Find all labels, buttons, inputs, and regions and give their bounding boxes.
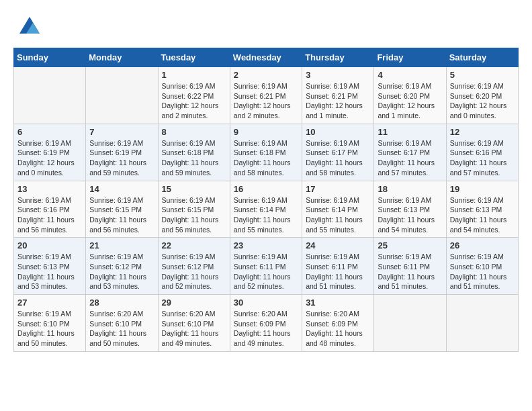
day-info: Sunrise: 6:19 AM Sunset: 6:19 PM Dayligh… [89, 138, 154, 178]
day-info: Sunrise: 6:19 AM Sunset: 6:11 PM Dayligh… [306, 252, 370, 291]
day-info: Sunrise: 6:19 AM Sunset: 6:14 PM Dayligh… [306, 195, 370, 235]
calendar-cell: 25Sunrise: 6:19 AM Sunset: 6:11 PM Dayli… [374, 238, 446, 295]
day-info: Sunrise: 6:19 AM Sunset: 6:18 PM Dayligh… [162, 138, 226, 178]
calendar-cell: 29Sunrise: 6:20 AM Sunset: 6:10 PM Dayli… [158, 295, 230, 352]
day-number: 13 [17, 184, 82, 194]
calendar-cell [374, 295, 446, 352]
calendar-cell: 12Sunrise: 6:19 AM Sunset: 6:16 PM Dayli… [446, 124, 518, 181]
day-number: 17 [306, 184, 370, 194]
weekday-sunday: Sunday [14, 48, 86, 67]
day-info: Sunrise: 6:19 AM Sunset: 6:12 PM Dayligh… [162, 252, 226, 291]
day-info: Sunrise: 6:19 AM Sunset: 6:14 PM Dayligh… [234, 195, 298, 235]
day-number: 27 [17, 298, 82, 308]
calendar-cell [86, 67, 158, 124]
weekday-friday: Friday [374, 48, 446, 67]
calendar-cell: 1Sunrise: 6:19 AM Sunset: 6:22 PM Daylig… [158, 67, 230, 124]
day-number: 4 [378, 70, 442, 80]
weekday-wednesday: Wednesday [230, 48, 302, 67]
day-info: Sunrise: 6:19 AM Sunset: 6:21 PM Dayligh… [306, 81, 370, 121]
day-number: 7 [89, 127, 154, 137]
day-number: 26 [450, 240, 515, 250]
day-info: Sunrise: 6:19 AM Sunset: 6:15 PM Dayligh… [89, 195, 154, 235]
calendar-cell: 26Sunrise: 6:19 AM Sunset: 6:10 PM Dayli… [446, 238, 518, 295]
weekday-saturday: Saturday [446, 48, 518, 67]
day-number: 14 [89, 184, 154, 194]
day-info: Sunrise: 6:19 AM Sunset: 6:17 PM Dayligh… [378, 138, 442, 178]
calendar-cell: 22Sunrise: 6:19 AM Sunset: 6:12 PM Dayli… [158, 238, 230, 295]
calendar-cell: 13Sunrise: 6:19 AM Sunset: 6:16 PM Dayli… [14, 181, 86, 238]
day-number: 1 [162, 70, 226, 80]
day-info: Sunrise: 6:19 AM Sunset: 6:12 PM Dayligh… [89, 252, 154, 291]
day-info: Sunrise: 6:19 AM Sunset: 6:20 PM Dayligh… [378, 81, 442, 121]
calendar-cell: 21Sunrise: 6:19 AM Sunset: 6:12 PM Dayli… [86, 238, 158, 295]
calendar-cell: 24Sunrise: 6:19 AM Sunset: 6:11 PM Dayli… [302, 238, 374, 295]
calendar-cell: 2Sunrise: 6:19 AM Sunset: 6:21 PM Daylig… [230, 67, 302, 124]
day-info: Sunrise: 6:19 AM Sunset: 6:20 PM Dayligh… [450, 81, 515, 121]
calendar-cell: 11Sunrise: 6:19 AM Sunset: 6:17 PM Dayli… [374, 124, 446, 181]
calendar-cell: 28Sunrise: 6:20 AM Sunset: 6:10 PM Dayli… [86, 295, 158, 352]
calendar-table: SundayMondayTuesdayWednesdayThursdayFrid… [13, 48, 519, 352]
day-info: Sunrise: 6:19 AM Sunset: 6:15 PM Dayligh… [162, 195, 226, 235]
calendar-cell: 10Sunrise: 6:19 AM Sunset: 6:17 PM Dayli… [302, 124, 374, 181]
calendar-cell: 17Sunrise: 6:19 AM Sunset: 6:14 PM Dayli… [302, 181, 374, 238]
day-number: 28 [89, 298, 154, 308]
week-row-1: 1Sunrise: 6:19 AM Sunset: 6:22 PM Daylig… [14, 67, 519, 124]
day-number: 25 [378, 240, 442, 250]
day-info: Sunrise: 6:19 AM Sunset: 6:11 PM Dayligh… [378, 252, 442, 291]
calendar-cell: 27Sunrise: 6:19 AM Sunset: 6:10 PM Dayli… [14, 295, 86, 352]
calendar-cell [14, 67, 86, 124]
day-info: Sunrise: 6:19 AM Sunset: 6:19 PM Dayligh… [17, 138, 82, 178]
calendar-body: 1Sunrise: 6:19 AM Sunset: 6:22 PM Daylig… [14, 67, 519, 352]
calendar-cell: 15Sunrise: 6:19 AM Sunset: 6:15 PM Dayli… [158, 181, 230, 238]
day-info: Sunrise: 6:19 AM Sunset: 6:13 PM Dayligh… [17, 252, 82, 291]
day-number: 10 [306, 127, 370, 137]
day-number: 3 [306, 70, 370, 80]
calendar-cell: 8Sunrise: 6:19 AM Sunset: 6:18 PM Daylig… [158, 124, 230, 181]
day-number: 8 [162, 127, 226, 137]
day-info: Sunrise: 6:19 AM Sunset: 6:13 PM Dayligh… [378, 195, 442, 235]
day-info: Sunrise: 6:20 AM Sunset: 6:09 PM Dayligh… [306, 309, 370, 349]
day-number: 5 [450, 70, 515, 80]
calendar-cell: 9Sunrise: 6:19 AM Sunset: 6:18 PM Daylig… [230, 124, 302, 181]
day-number: 23 [234, 240, 298, 250]
calendar-cell: 30Sunrise: 6:20 AM Sunset: 6:09 PM Dayli… [230, 295, 302, 352]
day-number: 11 [378, 127, 442, 137]
day-info: Sunrise: 6:19 AM Sunset: 6:16 PM Dayligh… [17, 195, 82, 235]
calendar-cell: 31Sunrise: 6:20 AM Sunset: 6:09 PM Dayli… [302, 295, 374, 352]
calendar-cell: 16Sunrise: 6:19 AM Sunset: 6:14 PM Dayli… [230, 181, 302, 238]
day-info: Sunrise: 6:19 AM Sunset: 6:21 PM Dayligh… [234, 81, 298, 121]
day-info: Sunrise: 6:19 AM Sunset: 6:18 PM Dayligh… [234, 138, 298, 178]
day-number: 15 [162, 184, 226, 194]
week-row-5: 27Sunrise: 6:19 AM Sunset: 6:10 PM Dayli… [14, 295, 519, 352]
day-info: Sunrise: 6:19 AM Sunset: 6:11 PM Dayligh… [234, 252, 298, 291]
day-number: 29 [162, 298, 226, 308]
day-info: Sunrise: 6:19 AM Sunset: 6:10 PM Dayligh… [17, 309, 82, 349]
calendar-cell: 18Sunrise: 6:19 AM Sunset: 6:13 PM Dayli… [374, 181, 446, 238]
day-info: Sunrise: 6:20 AM Sunset: 6:09 PM Dayligh… [234, 309, 298, 349]
weekday-tuesday: Tuesday [158, 48, 230, 67]
weekday-header-row: SundayMondayTuesdayWednesdayThursdayFrid… [14, 48, 519, 67]
day-number: 22 [162, 240, 226, 250]
week-row-2: 6Sunrise: 6:19 AM Sunset: 6:19 PM Daylig… [14, 124, 519, 181]
day-number: 30 [234, 298, 298, 308]
calendar-cell [446, 295, 518, 352]
day-number: 21 [89, 240, 154, 250]
weekday-thursday: Thursday [302, 48, 374, 67]
day-number: 31 [306, 298, 370, 308]
day-info: Sunrise: 6:19 AM Sunset: 6:10 PM Dayligh… [450, 252, 515, 291]
day-number: 19 [450, 184, 515, 194]
week-row-4: 20Sunrise: 6:19 AM Sunset: 6:13 PM Dayli… [14, 238, 519, 295]
weekday-monday: Monday [86, 48, 158, 67]
day-number: 16 [234, 184, 298, 194]
day-info: Sunrise: 6:20 AM Sunset: 6:10 PM Dayligh… [89, 309, 154, 349]
day-info: Sunrise: 6:19 AM Sunset: 6:22 PM Dayligh… [162, 81, 226, 121]
logo [13, 13, 43, 37]
calendar-cell: 3Sunrise: 6:19 AM Sunset: 6:21 PM Daylig… [302, 67, 374, 124]
calendar-cell: 20Sunrise: 6:19 AM Sunset: 6:13 PM Dayli… [14, 238, 86, 295]
calendar-cell: 14Sunrise: 6:19 AM Sunset: 6:15 PM Dayli… [86, 181, 158, 238]
day-info: Sunrise: 6:20 AM Sunset: 6:10 PM Dayligh… [162, 309, 226, 349]
day-info: Sunrise: 6:19 AM Sunset: 6:16 PM Dayligh… [450, 138, 515, 178]
calendar-cell: 5Sunrise: 6:19 AM Sunset: 6:20 PM Daylig… [446, 67, 518, 124]
day-info: Sunrise: 6:19 AM Sunset: 6:17 PM Dayligh… [306, 138, 370, 178]
calendar-cell: 7Sunrise: 6:19 AM Sunset: 6:19 PM Daylig… [86, 124, 158, 181]
